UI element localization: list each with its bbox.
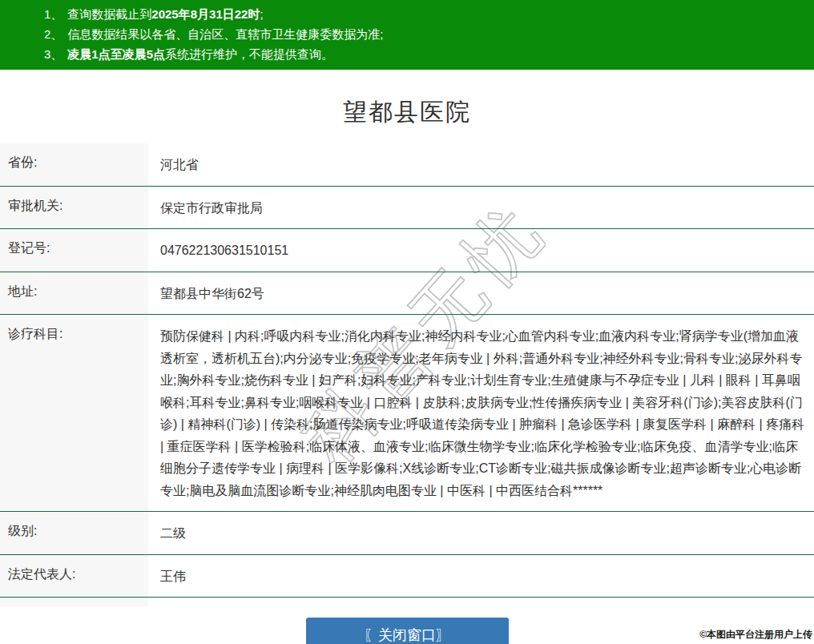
field-label: 地址: [0, 272, 148, 315]
notice-line-3: 3、凌晨1点至凌晨5点系统进行维护，不能提供查询。 [44, 44, 798, 64]
field-value: 河北省 [148, 143, 814, 186]
table-row-legal-representative: 法定代表人: 王伟 [0, 555, 814, 598]
notice-line-2: 2、信息数据结果以各省、自治区、直辖市卫生健康委数据为准; [44, 24, 798, 44]
hospital-info-table: 省份: 河北省 审批机关: 保定市行政审批局 登记号: 047622130631… [0, 143, 814, 641]
table-row-medical-departments: 诊疗科目: 预防保健科 | 内科;呼吸内科专业;消化内科专业;神经内科专业;心血… [0, 315, 814, 512]
table-row-address: 地址: 望都县中华街62号 [0, 272, 814, 316]
field-value: 望都县中华街62号 [148, 272, 814, 315]
notice-text: 信息数据结果以各省、自治区、直辖市卫生健康委数据为准; [67, 27, 383, 41]
notice-text: 系统进行维护，不能提供查询。 [165, 47, 333, 61]
field-label: 诊疗科目: [0, 315, 148, 511]
hospital-detail-page: 1、查询数据截止到2025年8月31日22时; 2、信息数据结果以各省、自治区、… [0, 0, 814, 644]
footer-bar: 〖关闭窗口〗 ©本图由平台注册用户上传 [0, 606, 814, 644]
field-label: 省份: [0, 143, 148, 186]
field-label: 法定代表人: [0, 555, 148, 598]
notice-number: 2、 [44, 27, 62, 41]
upload-credit-watermark: ©本图由平台注册用户上传 [699, 628, 812, 642]
field-label: 级别: [0, 512, 148, 554]
notice-bold-text: 2025年8月31日22时 [151, 7, 260, 21]
notice-number: 1、 [44, 7, 62, 21]
field-label: 登记号: [0, 229, 148, 272]
notice-bold-text: 凌晨1点至凌晨5点 [67, 47, 165, 61]
field-value: 二级 [148, 512, 814, 554]
notice-number: 3、 [44, 47, 62, 61]
field-label: 审批机关: [0, 187, 148, 229]
field-value: 王伟 [148, 555, 814, 598]
page-title: 望都县医院 [0, 98, 814, 127]
field-value: 预防保健科 | 内科;呼吸内科专业;消化内科专业;神经内科专业;心血管内科专业;… [148, 315, 814, 511]
notice-line-1: 1、查询数据截止到2025年8月31日22时; [44, 4, 798, 24]
table-row-approval-authority: 审批机关: 保定市行政审批局 [0, 187, 814, 230]
notice-banner: 1、查询数据截止到2025年8月31日22时; 2、信息数据结果以各省、自治区、… [0, 0, 814, 70]
field-value: 保定市行政审批局 [148, 187, 814, 229]
field-value: 047622130631510151 [148, 229, 814, 272]
close-window-button[interactable]: 〖关闭窗口〗 [306, 618, 509, 644]
table-row-province: 省份: 河北省 [0, 143, 814, 187]
table-row-registration-number: 登记号: 047622130631510151 [0, 229, 814, 272]
notice-text: 查询数据截止到 [67, 7, 151, 21]
table-row-level: 级别: 二级 [0, 512, 814, 555]
notice-text: ; [260, 7, 263, 21]
